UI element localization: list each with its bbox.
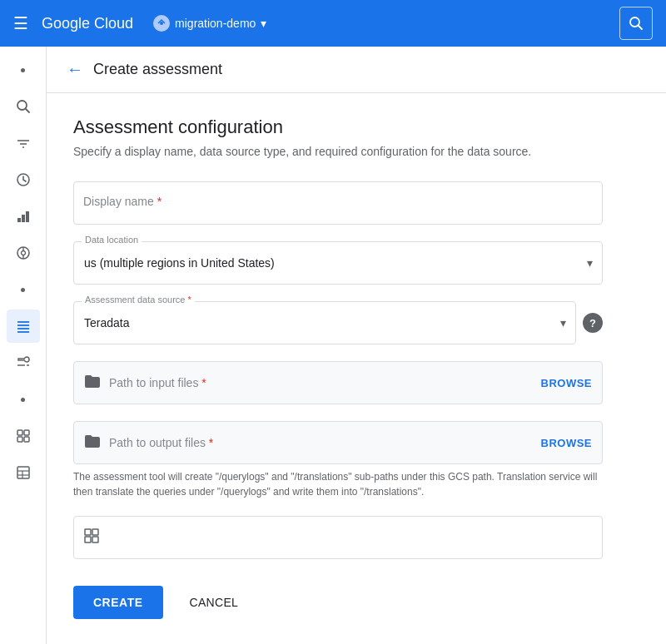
svg-rect-23 xyxy=(17,430,22,435)
output-path-folder-icon xyxy=(84,433,101,453)
dataset-input[interactable] xyxy=(107,531,592,544)
assessment-source-select-wrapper: Assessment data source * Teradata ▾ xyxy=(73,301,576,344)
sidebar-item-list[interactable] xyxy=(7,310,40,343)
header-search-button[interactable] xyxy=(619,7,653,40)
svg-rect-31 xyxy=(85,529,91,535)
data-location-select-wrapper: Data location us (multiple regions in Un… xyxy=(73,241,603,285)
assessment-source-label: Assessment data source * xyxy=(82,295,195,305)
svg-rect-10 xyxy=(17,218,21,222)
svg-rect-34 xyxy=(92,537,98,542)
svg-point-4 xyxy=(17,101,27,110)
svg-rect-24 xyxy=(24,430,29,435)
data-location-select[interactable]: us (multiple regions in United States) e… xyxy=(73,241,603,285)
sidebar-item-explore[interactable] xyxy=(7,236,40,270)
svg-rect-26 xyxy=(24,437,29,442)
sidebar-item-search[interactable] xyxy=(7,90,40,123)
create-button[interactable]: CREATE xyxy=(73,586,163,619)
display-name-field-group: Display name * xyxy=(73,181,603,225)
assessment-source-field-group: Assessment data source * Teradata ▾ ? xyxy=(73,301,603,344)
page-title: Create assessment xyxy=(93,61,222,78)
svg-line-3 xyxy=(639,26,643,30)
assessment-source-select[interactable]: Teradata xyxy=(73,301,576,344)
input-path-field-group: Path to input files * BROWSE xyxy=(73,361,603,404)
sidebar-item-dashboard[interactable] xyxy=(7,419,40,453)
section-description: Specify a display name, data source type… xyxy=(73,145,603,158)
svg-rect-33 xyxy=(85,537,91,542)
svg-line-5 xyxy=(26,109,29,112)
back-button[interactable]: ← xyxy=(67,60,83,79)
project-icon xyxy=(153,15,170,32)
output-path-field: Path to output files * BROWSE xyxy=(73,421,603,464)
dataset-field-group xyxy=(73,516,603,559)
sidebar-item-history[interactable] xyxy=(7,163,40,196)
main-content: ← Create assessment Assessment configura… xyxy=(47,47,666,644)
project-selector[interactable]: migration-demo ▾ xyxy=(153,15,266,32)
svg-rect-12 xyxy=(26,211,29,222)
page-header: ← Create assessment xyxy=(47,47,666,93)
display-name-input[interactable] xyxy=(73,181,603,225)
data-location-label: Data location xyxy=(82,235,142,245)
project-dropdown-icon: ▾ xyxy=(261,17,266,30)
cancel-button[interactable]: CANCEL xyxy=(176,586,252,619)
form-content: Assessment configuration Specify a displ… xyxy=(47,93,629,644)
data-location-field-group: Data location us (multiple regions in Un… xyxy=(73,241,603,285)
header: ☰ Google Cloud migration-demo ▾ xyxy=(0,0,666,47)
output-path-field-group: Path to output files * BROWSE The assess… xyxy=(73,421,603,499)
assessment-source-help-icon[interactable]: ? xyxy=(583,313,603,333)
input-path-field: Path to input files * BROWSE xyxy=(73,361,603,404)
dataset-grid-icon xyxy=(84,528,99,547)
sidebar xyxy=(0,47,47,644)
svg-rect-25 xyxy=(17,437,22,442)
input-path-folder-icon xyxy=(84,374,101,393)
svg-point-14 xyxy=(21,251,25,255)
svg-rect-11 xyxy=(22,215,25,222)
sidebar-dot-2 xyxy=(7,273,40,306)
sidebar-item-chart[interactable] xyxy=(7,200,40,233)
dataset-field xyxy=(73,516,603,559)
input-path-label: Path to input files * xyxy=(109,376,533,389)
sidebar-dot-3 xyxy=(7,383,40,416)
input-path-browse-button[interactable]: BROWSE xyxy=(541,377,593,389)
section-title: Assessment configuration xyxy=(73,116,603,138)
google-cloud-logo: Google Cloud xyxy=(42,15,133,32)
output-path-browse-button[interactable]: BROWSE xyxy=(541,437,593,449)
output-path-label: Path to output files * xyxy=(109,436,533,449)
output-path-help-text: The assessment tool will create "/queryl… xyxy=(73,469,603,499)
display-name-field: Display name * xyxy=(73,181,603,225)
sidebar-item-wrench[interactable] xyxy=(7,346,40,379)
app-layout: ← Create assessment Assessment configura… xyxy=(0,47,666,644)
action-row: CREATE CANCEL xyxy=(73,586,603,639)
project-name: migration-demo xyxy=(175,17,256,30)
svg-rect-32 xyxy=(92,529,98,535)
sidebar-item-table[interactable] xyxy=(7,456,40,489)
sidebar-dot-1 xyxy=(7,53,40,87)
sidebar-item-filter[interactable] xyxy=(7,126,40,160)
menu-icon[interactable]: ☰ xyxy=(13,13,28,33)
assessment-source-row: Assessment data source * Teradata ▾ ? xyxy=(73,301,603,344)
header-logo: Google Cloud xyxy=(42,15,133,32)
svg-rect-27 xyxy=(17,467,29,478)
svg-point-1 xyxy=(160,22,163,25)
